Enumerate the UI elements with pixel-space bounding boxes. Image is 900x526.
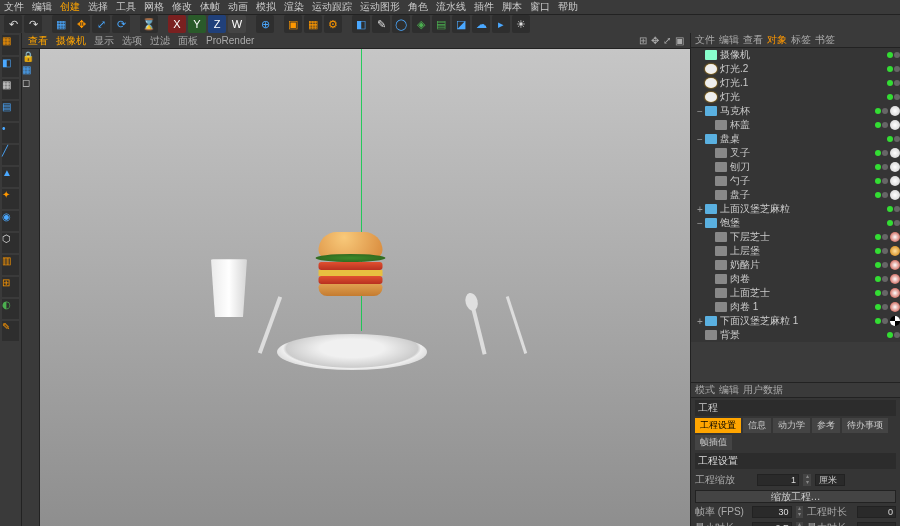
material-tag-icon[interactable] xyxy=(890,232,900,242)
visibility-dots[interactable] xyxy=(875,178,888,184)
obj-menu-书签[interactable]: 书签 xyxy=(815,33,835,47)
menu-选择[interactable]: 选择 xyxy=(88,0,108,14)
visibility-dots[interactable] xyxy=(875,262,888,268)
material-tag-icon[interactable] xyxy=(890,260,900,270)
obj-menu-文件[interactable]: 文件 xyxy=(695,33,715,47)
material-tag-icon[interactable] xyxy=(890,176,900,186)
menu-模拟[interactable]: 模拟 xyxy=(256,0,276,14)
tree-label[interactable]: 饱堡 xyxy=(720,216,887,230)
menu-网格[interactable]: 网格 xyxy=(144,0,164,14)
tree-item-盘子[interactable]: 盘子 xyxy=(691,188,900,202)
coord-system-button[interactable]: ⊕ xyxy=(256,15,274,33)
tree-label[interactable]: 盘桌 xyxy=(720,132,887,146)
select-tool[interactable]: ▦ xyxy=(52,15,70,33)
attr-menu-编辑[interactable]: 编辑 xyxy=(719,383,739,397)
tree-label[interactable]: 马克杯 xyxy=(720,104,875,118)
texture-mode-button[interactable]: ▦ xyxy=(2,79,19,99)
redo-button[interactable]: ↷ xyxy=(24,15,42,33)
min-time-field[interactable]: 0 F xyxy=(752,522,791,526)
tree-label[interactable]: 上层堡 xyxy=(730,244,875,258)
deformer-button[interactable]: ◪ xyxy=(452,15,470,33)
viewport-max-icon[interactable]: ▣ xyxy=(675,35,684,46)
menu-动画[interactable]: 动画 xyxy=(228,0,248,14)
axis-w-toggle[interactable]: W xyxy=(228,15,246,33)
material-tag-icon[interactable] xyxy=(890,120,900,130)
tree-item-刨刀[interactable]: 刨刀 xyxy=(691,160,900,174)
tree-label[interactable]: 上面汉堡芝麻粒 xyxy=(720,202,887,216)
attr-tab-信息[interactable]: 信息 xyxy=(743,418,771,433)
lock-view-icon[interactable]: 🔒 xyxy=(22,51,39,62)
tree-item-上面芝士[interactable]: 上面芝士 xyxy=(691,286,900,300)
obj-menu-编辑[interactable]: 编辑 xyxy=(719,33,739,47)
tree-label[interactable]: 肉卷 1 xyxy=(730,300,875,314)
point-mode-button[interactable]: • xyxy=(2,123,19,143)
menu-运动图形[interactable]: 运动图形 xyxy=(360,0,400,14)
duration-field[interactable]: 0 xyxy=(857,506,896,518)
visibility-dots[interactable] xyxy=(887,52,900,58)
scale-tool[interactable]: ⤢ xyxy=(92,15,110,33)
viewport-nav-icon[interactable]: ✥ xyxy=(651,35,659,46)
move-tool[interactable]: ✥ xyxy=(72,15,90,33)
cube-primitive-button[interactable]: ◧ xyxy=(352,15,370,33)
attr-tab-帧插值[interactable]: 帧插值 xyxy=(695,435,732,450)
tree-label[interactable]: 灯光 xyxy=(720,90,887,104)
tree-label[interactable]: 刨刀 xyxy=(730,160,875,174)
quantize-button[interactable]: ⊞ xyxy=(2,277,19,297)
menu-运动跟踪[interactable]: 运动跟踪 xyxy=(312,0,352,14)
tree-item-饱堡[interactable]: −饱堡 xyxy=(691,216,900,230)
menu-工具[interactable]: 工具 xyxy=(116,0,136,14)
perspective-viewport[interactable]: 网格间距 : 100 cm xyxy=(40,49,690,526)
snap-button[interactable]: ⬡ xyxy=(2,233,19,253)
tree-item-奶酪片[interactable]: 奶酪片 xyxy=(691,258,900,272)
max-time-field[interactable] xyxy=(857,522,896,526)
visibility-dots[interactable] xyxy=(887,66,900,72)
tree-item-灯光.1[interactable]: 灯光.1 xyxy=(691,76,900,90)
expand-icon[interactable]: − xyxy=(695,106,705,117)
expand-icon[interactable]: − xyxy=(695,134,705,145)
material-tag-icon[interactable] xyxy=(890,190,900,200)
tree-item-上层堡[interactable]: 上层堡 xyxy=(691,244,900,258)
visibility-dots[interactable] xyxy=(887,136,900,142)
obj-menu-查看[interactable]: 查看 xyxy=(743,33,763,47)
menu-修改[interactable]: 修改 xyxy=(172,0,192,14)
visibility-dots[interactable] xyxy=(875,108,888,114)
tree-item-下面汉堡芝麻粒 1[interactable]: +下面汉堡芝麻粒 1 xyxy=(691,314,900,328)
menu-窗口[interactable]: 窗口 xyxy=(530,0,550,14)
fps-field[interactable]: 30 xyxy=(752,506,791,518)
blank-icon[interactable]: ◻ xyxy=(22,77,39,88)
vp-menu-查看[interactable]: 查看 xyxy=(28,34,48,48)
visibility-dots[interactable] xyxy=(875,234,888,240)
visibility-dots[interactable] xyxy=(887,94,900,100)
axis-y-toggle[interactable]: Y xyxy=(188,15,206,33)
expand-icon[interactable]: + xyxy=(695,204,705,215)
make-editable-button[interactable]: ▦ xyxy=(2,35,19,55)
tree-item-背景[interactable]: 背景 xyxy=(691,328,900,342)
attr-menu-模式[interactable]: 模式 xyxy=(695,383,715,397)
tree-item-灯光[interactable]: 灯光 xyxy=(691,90,900,104)
material-tag-icon[interactable] xyxy=(890,302,900,312)
tree-label[interactable]: 灯光.1 xyxy=(720,76,887,90)
vp-menu-面板[interactable]: 面板 xyxy=(178,34,198,48)
history-tool[interactable]: ⌛ xyxy=(140,15,158,33)
menu-编辑[interactable]: 编辑 xyxy=(32,0,52,14)
expand-icon[interactable]: + xyxy=(695,316,705,327)
tree-label[interactable]: 盘子 xyxy=(730,188,875,202)
material-tag-icon[interactable] xyxy=(890,288,900,298)
proj-scale-field[interactable]: 1 xyxy=(757,474,799,486)
layout-icon[interactable]: ▦ xyxy=(22,64,39,75)
vp-menu-选项[interactable]: 选项 xyxy=(122,34,142,48)
tree-label[interactable]: 摄像机 xyxy=(720,48,887,62)
proj-scale-unit[interactable]: 厘米 xyxy=(815,474,845,486)
tree-item-盘桌[interactable]: −盘桌 xyxy=(691,132,900,146)
generator-button[interactable]: ▤ xyxy=(432,15,450,33)
viewport-solo-button[interactable]: ◉ xyxy=(2,211,19,231)
attr-tab-工程设置[interactable]: 工程设置 xyxy=(695,418,741,433)
light-button[interactable]: ☀ xyxy=(512,15,530,33)
viewport-zoom-icon[interactable]: ⤢ xyxy=(663,35,671,46)
material-tag-icon[interactable] xyxy=(890,106,900,116)
edge-mode-button[interactable]: ╱ xyxy=(2,145,19,165)
menu-流水线[interactable]: 流水线 xyxy=(436,0,466,14)
vp-menu-过滤[interactable]: 过滤 xyxy=(150,34,170,48)
material-tag-icon[interactable] xyxy=(890,162,900,172)
tree-item-灯光.2[interactable]: 灯光.2 xyxy=(691,62,900,76)
